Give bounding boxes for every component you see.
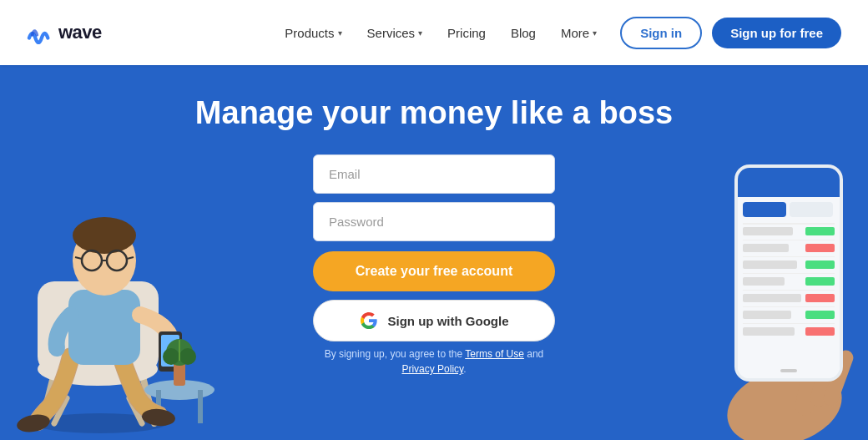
nav-item-pricing[interactable]: Pricing — [437, 19, 496, 47]
svg-rect-40 — [805, 227, 835, 235]
nav-item-blog[interactable]: Blog — [501, 19, 546, 47]
svg-rect-47 — [743, 273, 835, 274]
svg-rect-44 — [743, 256, 835, 257]
privacy-link[interactable]: Privacy Policy — [401, 363, 463, 375]
chevron-down-icon: ▾ — [418, 28, 422, 38]
svg-rect-39 — [743, 227, 793, 235]
chevron-down-icon: ▾ — [338, 28, 342, 38]
svg-rect-46 — [805, 260, 835, 269]
nav-actions: Sign in Sign up for free — [620, 17, 841, 49]
svg-rect-51 — [743, 294, 801, 302]
svg-rect-59 — [780, 369, 797, 372]
svg-rect-50 — [743, 290, 835, 291]
wave-logo-icon — [27, 21, 53, 44]
svg-point-25 — [179, 348, 196, 365]
hero-title: Manage your money like a boss — [195, 95, 673, 131]
email-input[interactable] — [313, 154, 555, 194]
svg-rect-53 — [743, 306, 835, 307]
nav-item-more[interactable]: More ▾ — [551, 19, 607, 47]
nav-links: Products ▾ Services ▾ Pricing Blog More … — [275, 19, 607, 47]
svg-rect-41 — [743, 240, 835, 240]
svg-rect-45 — [743, 260, 797, 269]
svg-rect-57 — [743, 327, 795, 336]
signin-button[interactable]: Sign in — [620, 17, 702, 49]
navbar: wave Products ▾ Services ▾ Pricing Blog … — [0, 0, 868, 65]
svg-rect-56 — [743, 323, 835, 324]
logo-text: wave — [58, 22, 102, 43]
svg-rect-54 — [743, 311, 791, 319]
svg-rect-48 — [743, 277, 785, 286]
svg-rect-49 — [805, 277, 835, 286]
nav-item-products[interactable]: Products ▾ — [275, 19, 351, 47]
svg-rect-35 — [738, 185, 840, 197]
nav-item-services[interactable]: Services ▾ — [357, 19, 433, 47]
svg-rect-58 — [805, 327, 835, 336]
logo[interactable]: wave — [27, 21, 102, 44]
google-icon — [360, 311, 378, 330]
signup-form: Create your free account Sign up with Go… — [313, 154, 555, 341]
svg-rect-37 — [790, 202, 833, 217]
terms-link[interactable]: Terms of Use — [465, 348, 524, 360]
svg-point-24 — [163, 348, 179, 365]
legal-text: By signing up, you agree to the Terms of… — [325, 346, 544, 377]
password-input[interactable] — [313, 202, 555, 241]
svg-rect-38 — [743, 223, 835, 225]
create-account-button[interactable]: Create your free account — [313, 251, 555, 291]
svg-rect-12 — [68, 290, 140, 365]
svg-rect-42 — [743, 244, 789, 252]
google-signup-button[interactable]: Sign up with Google — [313, 300, 555, 341]
chevron-down-icon: ▾ — [593, 28, 597, 38]
svg-point-14 — [73, 217, 136, 254]
phone-illustration — [676, 123, 868, 440]
person-illustration — [0, 114, 217, 440]
svg-rect-43 — [805, 244, 835, 252]
svg-rect-52 — [805, 294, 835, 302]
signup-button[interactable]: Sign up for free — [712, 18, 841, 48]
hero-section: Manage your money like a boss Create you… — [0, 65, 868, 440]
svg-rect-36 — [743, 202, 786, 217]
svg-rect-55 — [805, 311, 835, 319]
